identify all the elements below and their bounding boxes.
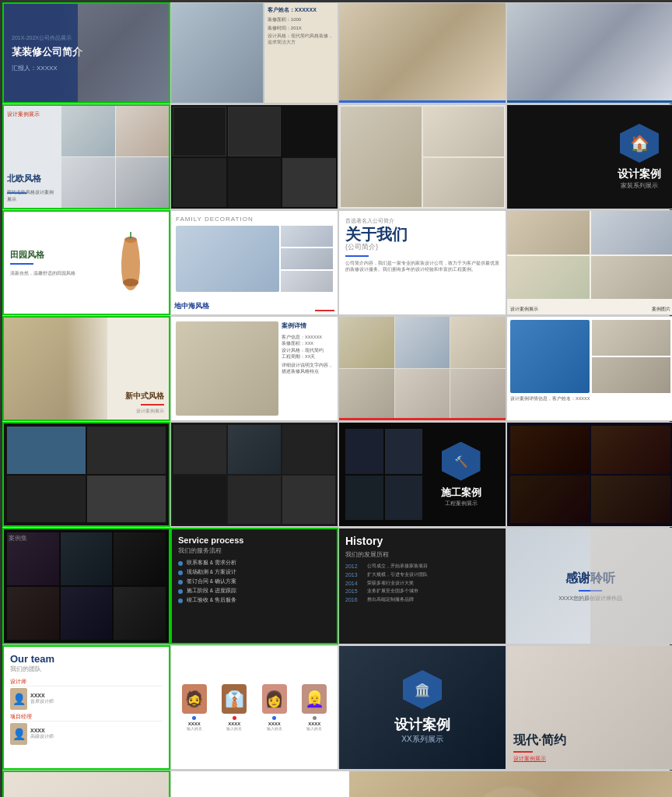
person-1: 🧔 XXXX 输入姓名 [182,684,207,731]
sp-title: Service process [178,535,331,545]
new-chinese-label: 新中式风格 [112,391,164,402]
slide-modern-simple: 现代·简约 设计案例展示 [506,645,672,770]
slide-construction-case: 🔨 施工案例 工程案例展示 [338,422,506,527]
slide-our-team: Our team 我们的团队 设计师 👤 XXXX 首席设计师 项目经理 👤 [2,645,170,770]
slide-dining-room [506,2,672,104]
slide-new-chinese: 新中式风格 设计案例展示 [2,316,170,421]
about-desc: 公司简介内容，我们是一家专业的家装设计公司，致力于为客户提供最优质的装修设计服务… [345,260,499,273]
slide-photos-desc: 设计案例详情信息，客户姓名：XXXXX [506,316,672,421]
history-title: History [345,535,499,547]
sp-step-5: 竣工验收 & 售后服务 [178,597,331,604]
construction-title: 施工案例 [441,486,481,500]
about-subtitle: (公司简介) [345,242,499,252]
history-2012: 2012 公司成立，开始承接家装项目 [345,564,499,570]
about-title: 关于我们 [345,226,499,242]
construction-sub: 工程案例展示 [445,500,478,507]
sp-step-4: 施工阶段 & 进度跟踪 [178,588,331,595]
area-info: 装修面积：1000 [268,16,334,23]
garden-style-label: 田园风格 [10,249,86,261]
history-2014: 2014 荣获多项行业设计大奖 [345,581,499,587]
slide-thumbnails [2,422,170,527]
nordic-design-label: 设计案例展示 [7,111,40,118]
history-2016: 2016 推出高端定制服务品牌 [345,597,499,603]
sp-sub: 我们的服务流程 [178,546,331,555]
slide-photo-grid-dark [170,104,338,209]
person-4: 👱‍♀️ XXXX 输入姓名 [302,684,327,731]
sp-step-3: 签订合同 & 确认方案 [178,578,331,585]
nordic-style-label: 北欧风格 [7,173,41,184]
client-info: 客户姓名：XXXXXX [268,6,334,14]
slide-company-intro: 201X-202X公司作品展示 某装修公司简介 汇报人：XXXXX [2,2,170,104]
slide-presentation: 客户姓名：XXXXXX 装修面积：1000 装修时间：201X 设计风格：现代简… [170,2,338,104]
svg-point-1 [123,279,138,286]
slide-case-photos-right: 设计案例展示 案例图片 [506,210,672,315]
family-deco-label: FAMILY DECORATION [176,216,333,223]
history-sub: 我们的发展历程 [345,550,499,559]
garden-desc: 清新自然，温馨舒适的田园风格 [10,270,86,276]
desc-info: 设计风格：现代简约风格装修，追求简洁大方 [268,33,334,45]
slide-team-people: 🧔 XXXX 输入姓名 👔 XXXX 输入姓名 👩 XXXX [170,645,338,770]
slide-about-us: 首选著名入公司简介 关于我们 (公司简介) 公司简介内容，我们是一家专业的家装设… [338,210,506,315]
slide-history: History 我们的发展历程 2012 公司成立，开始承接家装项目 2013 … [338,528,506,644]
slide-european-gothic: 设计案例展示 欧式·哥特 [2,771,170,797]
new-chinese-sub: 设计案例展示 [112,408,164,415]
modern-link: 设计案例展示 [513,755,667,763]
slide-traditional-chinese: 设计案例展示 传统·中式 [170,771,672,797]
year-info: 装修时间：201X [268,25,334,32]
slide-thanks: 感谢聆听 XXXX您的原创设计师作品 [506,528,672,644]
dc2-sub: XX系列展示 [401,734,443,745]
dc2-title: 设计案例 [394,715,450,734]
slide-service-process: Service process 我们的服务流程 联系客服 & 需求分析 现场勘测… [170,528,338,644]
slide-dark-collage: 案例集 [2,528,170,644]
slide-design-case-dark: 🏠 设计案例 家装系列展示 [506,104,672,209]
design-case-title: 设计案例 [618,167,661,181]
year-label: 201X-202X公司作品展示 [12,34,161,42]
team-role-designer: 设计师 👤 XXXX 首席设计师 [10,678,163,710]
mediterranean-label: 地中海风格 [174,301,209,311]
slide-room-grid [338,316,506,421]
person-3: 👩 XXXX 输入姓名 [262,684,287,731]
slide-room-mix [338,104,506,209]
team-role-manager: 项目经理 👤 XXXX 高级设计师 [10,713,163,745]
slide-mediterranean: FAMILY DECORATION 地中海风格 [170,210,338,315]
person-2: 👔 XXXX 输入姓名 [222,684,247,731]
slide-design-case-2: 🏛️ 设计案例 XX系列展示 [338,645,506,770]
slide-living-room [338,2,506,104]
about-intro-label: 首选著名入公司简介 [345,217,499,225]
sp-step-2: 现场勘测 & 方案设计 [178,569,331,576]
history-2013: 2013 扩大规模，引进专业设计团队 [345,572,499,578]
sp-step-1: 联系客服 & 需求分析 [178,560,331,567]
slide-photo-grid-2 [170,422,338,527]
company-title: 某装修公司简介 [12,45,161,59]
team-title: Our team [10,653,163,665]
history-2015: 2015 业务扩展至全国多个城市 [345,588,499,595]
modern-title: 现代·简约 [513,732,667,749]
slide-nordic: 设计案例展示 北欧风格 简约北欧风格设计案例展示 [2,104,170,209]
slide-garden-style: 田园风格 清新自然，温馨舒适的田园风格 [2,210,170,315]
design-case-sub: 家装系列展示 [618,181,661,190]
reporter-label: 汇报人：XXXXX [12,64,161,72]
team-sub: 我们的团队 [10,665,163,673]
thanks-sub: XXXX您的原创设计师作品 [552,595,628,602]
slide-case-detail: 案例详情 客户信息：XXXXXX 装修面积：XXX 设计风格：现代简约 工程周期… [170,316,338,421]
slide-night-photos [506,422,672,527]
thanks-title: 感谢聆听 [565,571,615,587]
